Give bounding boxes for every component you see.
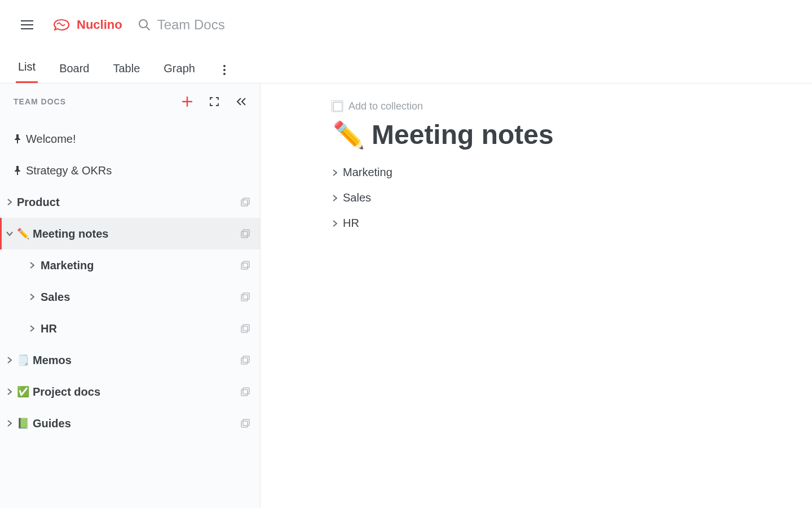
chevron-right-icon [28, 325, 36, 332]
main-content: Add to collection ✏️ Meeting notes Marke… [261, 84, 812, 508]
collection-icon [241, 356, 250, 365]
search[interactable] [138, 16, 382, 33]
view-tab-graph[interactable]: Graph [161, 62, 197, 83]
add-button[interactable] [179, 93, 196, 110]
view-tab-table[interactable]: Table [111, 62, 143, 83]
sidebar-item-label: Guides [33, 417, 71, 430]
toc-item-sales[interactable]: Sales [333, 191, 798, 204]
toc-label: Sales [343, 191, 371, 204]
collection-icon [241, 261, 250, 270]
brand[interactable]: Nuclino [52, 17, 122, 32]
page-title-text[interactable]: Meeting notes [372, 119, 554, 150]
sidebar: TEAM DOCS Welcome! [0, 84, 261, 508]
svg-rect-9 [243, 261, 249, 268]
expand-icon [210, 97, 219, 106]
toc-item-marketing[interactable]: Marketing [333, 166, 798, 179]
chevron-down-icon [6, 231, 14, 236]
search-icon [138, 19, 151, 31]
sidebar-item-label: Sales [41, 291, 70, 304]
svg-rect-13 [243, 325, 249, 331]
svg-rect-12 [241, 326, 248, 332]
brand-logo-icon [52, 17, 71, 32]
sidebar-item-label: Welcome! [26, 133, 76, 146]
add-to-collection-button[interactable]: Add to collection [333, 100, 798, 112]
sidebar-item-meeting-notes[interactable]: ✏️ Meeting notes [0, 218, 260, 249]
chevron-right-icon [333, 220, 337, 227]
sidebar-item-project-docs[interactable]: ✅ Project docs [0, 376, 260, 408]
view-tab-board[interactable]: Board [57, 62, 91, 83]
pin-icon [12, 166, 23, 175]
sidebar-item-hr[interactable]: HR [0, 313, 260, 344]
menu-icon [21, 20, 33, 29]
more-vertical-icon [223, 65, 226, 75]
sidebar-item-marketing[interactable]: Marketing [0, 249, 260, 281]
sidebar-item-label: Product [17, 196, 60, 209]
sidebar-item-strategy[interactable]: Strategy & OKRs [0, 155, 260, 186]
expand-button[interactable] [206, 93, 223, 110]
sidebar-item-label: Strategy & OKRs [26, 164, 112, 177]
sidebar-tree: Welcome! Strategy & OKRs Product [0, 120, 260, 450]
svg-point-0 [139, 20, 147, 28]
chevron-right-icon [6, 199, 14, 205]
notepad-emoji-icon: 🗒️ [17, 354, 29, 366]
chevron-right-icon [333, 195, 337, 202]
svg-rect-8 [241, 263, 248, 269]
svg-point-1 [223, 65, 226, 67]
toc-label: HR [343, 217, 359, 230]
svg-rect-4 [241, 200, 248, 206]
svg-rect-5 [243, 198, 249, 204]
views-more-button[interactable] [217, 60, 232, 83]
sidebar-title: TEAM DOCS [14, 97, 66, 106]
sidebar-item-label: Project docs [33, 386, 100, 398]
menu-button[interactable] [16, 14, 38, 36]
sidebar-item-product[interactable]: Product [0, 186, 260, 218]
svg-rect-10 [241, 295, 248, 301]
chevron-right-icon [6, 388, 14, 395]
sidebar-item-memos[interactable]: 🗒️ Memos [0, 344, 260, 376]
svg-rect-6 [241, 231, 248, 238]
brand-name: Nuclino [77, 17, 122, 32]
svg-rect-16 [241, 389, 248, 396]
svg-rect-19 [243, 419, 249, 426]
svg-point-2 [223, 69, 226, 71]
search-input[interactable] [156, 16, 382, 33]
collapse-sidebar-button[interactable] [233, 93, 250, 110]
sidebar-item-label: Marketing [41, 259, 94, 272]
chevron-right-icon [28, 262, 36, 269]
sidebar-item-sales[interactable]: Sales [0, 281, 260, 313]
views-bar: List Board Table Graph [0, 50, 812, 84]
book-emoji-icon: 📗 [17, 417, 29, 430]
svg-point-3 [223, 73, 226, 75]
collection-label: Add to collection [348, 100, 423, 112]
collection-icon [333, 102, 343, 112]
collection-icon [241, 324, 250, 333]
sidebar-item-guides[interactable]: 📗 Guides [0, 408, 260, 439]
chevrons-left-icon [236, 98, 246, 106]
pin-icon [12, 134, 23, 143]
chevron-right-icon [6, 420, 14, 427]
collection-icon [241, 198, 250, 207]
sidebar-item-label: Memos [33, 354, 72, 367]
toc-item-hr[interactable]: HR [333, 217, 798, 230]
svg-rect-17 [243, 388, 249, 394]
view-tab-list[interactable]: List [16, 60, 38, 83]
collection-icon [241, 419, 250, 428]
collection-icon [241, 387, 250, 396]
svg-rect-11 [243, 293, 249, 299]
pencil-emoji-icon: ✏️ [17, 227, 29, 240]
sidebar-item-label: HR [41, 322, 57, 335]
svg-rect-18 [241, 421, 248, 427]
toc-label: Marketing [343, 166, 392, 179]
svg-rect-14 [241, 358, 248, 364]
chevron-right-icon [333, 169, 337, 176]
sidebar-item-label: Meeting notes [33, 227, 108, 240]
chevron-right-icon [6, 357, 14, 364]
check-emoji-icon: ✅ [17, 386, 29, 398]
pencil-emoji-icon: ✏️ [333, 120, 365, 150]
sidebar-item-welcome[interactable]: Welcome! [0, 123, 260, 155]
collection-icon [241, 292, 250, 301]
top-bar: Nuclino [0, 0, 812, 50]
sidebar-header: TEAM DOCS [0, 84, 260, 120]
chevron-right-icon [28, 294, 36, 300]
plus-icon [182, 97, 192, 107]
